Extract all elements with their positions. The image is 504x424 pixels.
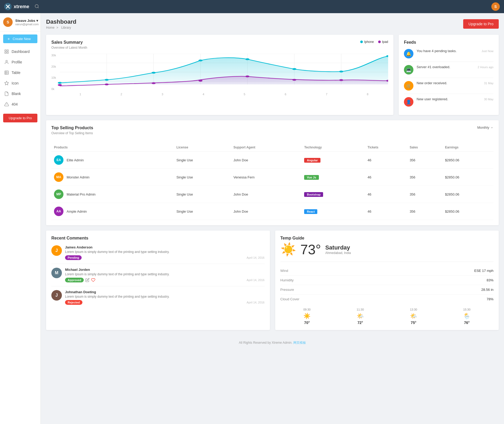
svg-rect-10	[5, 71, 8, 74]
weather-title: Temp Guide	[280, 236, 494, 241]
sidebar-item-dashboard[interactable]: Dashboard	[0, 46, 41, 57]
chart-legend: Iphone Ipad	[360, 40, 388, 44]
feed-content-1: You have 4 pending tasks. Just Now	[417, 49, 493, 53]
page-header: Dashboard Home > Library Upgrade to Pro	[46, 18, 499, 29]
sidebar-nav: Dashboard Profile Table Icon Blank	[0, 46, 41, 109]
breadcrumb-separator: >	[56, 26, 58, 29]
product-tech: Bootstrap	[302, 186, 365, 203]
product-agent: John Doe	[231, 186, 302, 203]
products-tbody: EA Elite Admin Single Use John Doe Angul…	[51, 152, 493, 220]
sidebar-username: Steave Jobs ▾	[15, 19, 39, 23]
table-header: Top Selling Products Overview of Top Sel…	[51, 126, 493, 139]
weather-temp-area: 73°	[300, 242, 321, 257]
feed-text-1: You have 4 pending tasks.	[417, 49, 457, 53]
col-support-agent: Support Agent	[231, 143, 302, 152]
svg-point-9	[6, 60, 7, 62]
chart-point	[199, 59, 202, 61]
forecast-item-1: 09:30 ☀️ 70°	[303, 308, 311, 325]
comments-title: Recent Comments	[51, 236, 265, 241]
product-tickets: 46	[365, 186, 407, 203]
bottom-row: Recent Comments J James Anderson Lorem I…	[46, 231, 499, 335]
comment-item-3: J Johnathan Doeting Lorem Ipsum is simpl…	[51, 286, 265, 308]
product-avatar: MP	[54, 189, 63, 199]
breadcrumb-home[interactable]: Home	[46, 26, 55, 29]
top-row: Sales Summary Overview of Latest Month I…	[46, 35, 499, 120]
comment-footer-2: Approved April 14, 2016	[65, 278, 265, 282]
sidebar-item-404[interactable]: 404	[0, 99, 41, 109]
footer: All Rights Reserved by Xtreme Admin. 网页模…	[46, 335, 499, 350]
search-icon[interactable]	[34, 4, 39, 9]
forecast-item-3: 13:30 🌤️ 75°	[410, 308, 417, 325]
product-sales: 356	[407, 186, 442, 203]
chart-container: 30k 20k 10k 0k	[51, 54, 388, 96]
feed-row-2: Server #1 overloaded. 2 Hours ago	[417, 65, 493, 69]
app-logo[interactable]: xtreme	[4, 3, 29, 10]
chart-point	[152, 72, 156, 74]
product-license: Single Use	[174, 152, 231, 169]
logo-icon	[4, 3, 12, 10]
feed-text-4: New user registered.	[417, 97, 448, 101]
sidebar-item-icon[interactable]: Icon	[0, 78, 41, 88]
grid-icon	[4, 49, 9, 54]
feed-text-2: Server #1 overloaded.	[417, 65, 450, 69]
footer-link[interactable]: 网页模板	[293, 341, 306, 345]
chart-point	[152, 82, 156, 84]
create-new-button[interactable]: Create New	[3, 34, 37, 43]
breadcrumb: Home > Library	[46, 26, 76, 29]
weather-pressure: Pressure 28.56 in	[280, 285, 494, 295]
comment-text-2: Lorem Ipsum is simply dummy text of the …	[65, 272, 265, 276]
product-tech: Vue Js	[302, 169, 365, 186]
col-products: Products	[51, 143, 174, 152]
sidebar-user: S Steave Jobs ▾ varun@gmail.com	[0, 13, 41, 31]
chart-subtitle: Overview of Latest Month	[51, 46, 87, 49]
product-agent: John Doe	[231, 203, 302, 220]
product-name-cell: AA Ample Admin	[51, 203, 174, 220]
feed-row-4: New user registered. 30 May	[417, 97, 493, 101]
comment-item-1: J James Anderson Lorem Ipsum is simply d…	[51, 242, 265, 264]
product-license: Single Use	[174, 169, 231, 186]
product-agent: John Doe	[231, 152, 302, 169]
svg-line-2	[38, 7, 39, 8]
user-avatar[interactable]: S	[491, 2, 500, 11]
product-earnings: $2850.06	[442, 186, 493, 203]
feed-row-3: New order received. 31 May	[417, 81, 493, 85]
sidebar-user-info: Steave Jobs ▾ varun@gmail.com	[15, 19, 39, 26]
feed-text-3: New order received.	[417, 81, 447, 85]
product-agent: Venessa Fern	[231, 169, 302, 186]
heart-icon[interactable]	[91, 278, 95, 282]
comment-body-3: Johnathan Doeting Lorem Ipsum is simply …	[65, 290, 265, 305]
sales-summary-card: Sales Summary Overview of Latest Month I…	[46, 35, 393, 115]
comment-date-3: April 14, 2016	[247, 301, 265, 304]
forecast-item-4: 15:30 🌦️ 76°	[463, 308, 471, 325]
upgrade-to-pro-button[interactable]: Upgrade to Pro	[463, 19, 499, 29]
page-title-area: Dashboard Home > Library	[46, 18, 76, 29]
weather-day: Saturday	[325, 244, 351, 251]
product-tickets: 46	[365, 169, 407, 186]
chart-point	[58, 82, 62, 84]
chart-point	[339, 79, 343, 81]
product-name: Material Pro Admin	[67, 192, 96, 196]
comment-name-1: James Anderson	[65, 245, 265, 249]
comment-body-1: James Anderson Lorem Ipsum is simply dum…	[65, 245, 265, 260]
user-icon	[4, 60, 9, 64]
comment-footer-1: Pending April 14, 2016	[65, 255, 265, 260]
monthly-dropdown-button[interactable]: Monthly	[477, 126, 493, 129]
chart-header: Sales Summary Overview of Latest Month I…	[51, 40, 388, 54]
status-badge-pending: Pending	[65, 255, 82, 260]
feed-icon-4: 👤	[404, 97, 413, 107]
comment-body-2: Michael Jorden Lorem Ipsum is simply dum…	[65, 268, 265, 282]
feed-item-4: 👤 New user registered. 30 May	[404, 94, 493, 110]
chart-point	[292, 68, 296, 70]
product-avatar: EA	[54, 155, 63, 165]
sidebar-item-blank[interactable]: Blank	[0, 88, 41, 99]
sidebar-upgrade-button[interactable]: Upgrade to Pro	[3, 114, 37, 122]
feed-icon-2: 💻	[404, 65, 413, 74]
product-tech: Angular	[302, 152, 365, 169]
edit-icon[interactable]	[85, 278, 90, 282]
product-name-cell: MP Material Pro Admin	[51, 186, 174, 203]
chart-point	[339, 71, 343, 72]
sidebar-item-profile[interactable]: Profile	[0, 57, 41, 67]
recent-comments-card: Recent Comments J James Anderson Lorem I…	[46, 231, 270, 330]
col-sales: Sales	[407, 143, 442, 152]
sidebar-item-table[interactable]: Table	[0, 67, 41, 78]
